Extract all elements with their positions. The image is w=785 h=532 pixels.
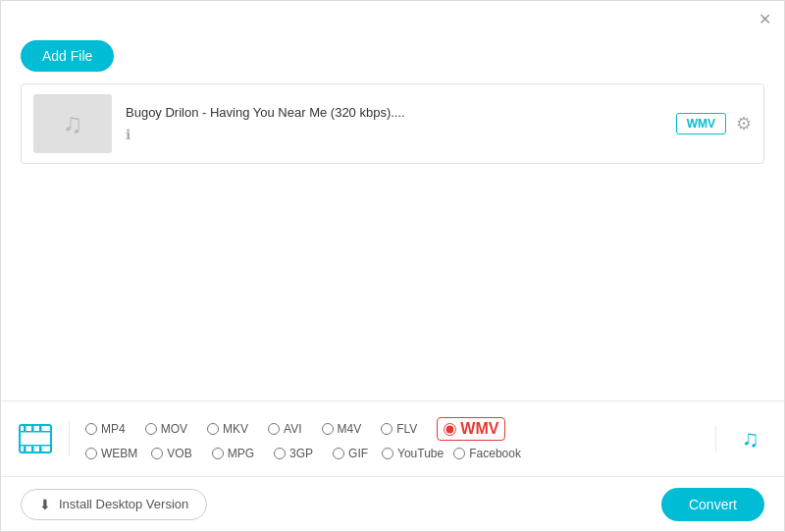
install-desktop-button[interactable]: ⬇ Install Desktop Version	[21, 489, 207, 520]
audio-icon: ♫	[742, 425, 759, 452]
svg-rect-6	[24, 447, 26, 452]
svg-rect-7	[31, 447, 34, 452]
content-area	[1, 164, 784, 380]
footer: ⬇ Install Desktop Version Convert	[1, 477, 784, 531]
format-option-facebook[interactable]: Facebook	[453, 447, 521, 460]
format-option-mkv[interactable]: MKV	[207, 422, 248, 436]
format-option-wmv[interactable]: WMV	[437, 417, 505, 441]
file-list: ♫ Bugoy Drilon - Having You Near Me (320…	[21, 83, 764, 164]
format-icon-area	[1, 421, 70, 456]
file-item: ♫ Bugoy Drilon - Having You Near Me (320…	[22, 84, 763, 163]
format-option-mov[interactable]: MOV	[145, 422, 187, 436]
add-file-button[interactable]: Add File	[21, 40, 114, 72]
convert-button[interactable]: Convert	[661, 488, 764, 521]
svg-rect-4	[31, 425, 34, 431]
format-option-vob[interactable]: VOB	[151, 447, 191, 460]
svg-rect-3	[24, 425, 26, 431]
music-icon: ♫	[63, 108, 83, 139]
format-option-youtube[interactable]: YouTube	[382, 447, 444, 460]
format-badge[interactable]: WMV	[676, 113, 726, 134]
format-option-3gp[interactable]: 3GP	[274, 447, 313, 460]
file-info: Bugoy Drilon - Having You Near Me (320 k…	[126, 105, 676, 143]
download-icon: ⬇	[39, 497, 51, 512]
format-option-m4v[interactable]: M4V	[322, 422, 362, 436]
format-option-webm[interactable]: WEBM	[85, 447, 137, 460]
format-option-avi[interactable]: AVI	[268, 422, 301, 436]
svg-rect-1	[20, 431, 51, 433]
format-option-mp4[interactable]: MP4	[85, 422, 126, 436]
settings-icon[interactable]: ⚙	[736, 113, 752, 134]
format-option-gif[interactable]: GIF	[333, 447, 368, 460]
file-actions: WMV ⚙	[676, 113, 752, 134]
svg-rect-2	[20, 445, 51, 447]
file-thumbnail: ♫	[33, 94, 112, 153]
close-button[interactable]: ✕	[757, 11, 772, 27]
toolbar: Add File	[1, 36, 784, 83]
film-icon	[18, 421, 53, 456]
info-icon[interactable]: ℹ	[126, 127, 131, 142]
title-bar: ✕	[1, 1, 784, 36]
file-title: Bugoy Drilon - Having You Near Me (320 k…	[126, 105, 676, 120]
svg-rect-5	[39, 425, 42, 431]
format-option-mpg[interactable]: MPG	[212, 447, 254, 460]
format-option-flv[interactable]: FLV	[381, 422, 417, 436]
format-panel: MP4 MOV MKV AVI M4V FLV	[1, 400, 784, 477]
svg-rect-8	[39, 447, 42, 452]
audio-icon-area: ♫	[715, 425, 784, 452]
